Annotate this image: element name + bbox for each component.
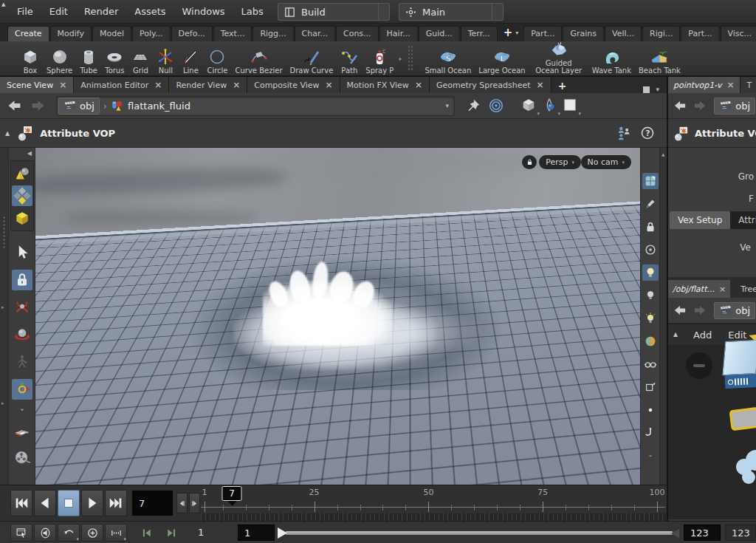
slider-track[interactable] xyxy=(286,531,673,535)
menu-edit[interactable]: Edit xyxy=(728,329,746,341)
camera-menu-button[interactable]: No cam ▾ xyxy=(581,155,631,169)
shelf-tab-modify[interactable]: Modify xyxy=(50,26,92,41)
high-quality-lighting-button[interactable] xyxy=(642,310,659,327)
node-fluid-icon[interactable] xyxy=(736,450,756,494)
tool-large-ocean[interactable]: LLarge Ocean xyxy=(475,42,529,75)
collapse-up-icon[interactable]: ▲ xyxy=(673,331,678,338)
animation-undo-button[interactable]: ▾ xyxy=(58,524,80,542)
forward-button[interactable] xyxy=(692,99,708,112)
more-tools-button[interactable] xyxy=(12,406,32,414)
tool-null[interactable]: Null xyxy=(153,42,178,75)
shelf-tab-terr[interactable]: Terr... xyxy=(461,26,498,41)
select-components-button[interactable] xyxy=(12,185,32,206)
tab-pointvop1[interactable]: pointvop1-v × xyxy=(668,77,740,93)
pin-pane-icon[interactable] xyxy=(465,98,481,114)
tool-torus[interactable]: Torus xyxy=(101,42,128,75)
shelf-tab-char[interactable]: Char... xyxy=(295,26,335,41)
expand-right-icon[interactable]: ▸ xyxy=(1,304,4,310)
new-pane-tab-button[interactable]: + xyxy=(551,80,574,93)
pane-tab-animation-editor[interactable]: Animation Editor× xyxy=(74,77,169,93)
prev-keyframe-button[interactable] xyxy=(136,524,158,542)
close-icon[interactable]: × xyxy=(415,80,422,90)
timeline-options-button[interactable]: ▾ xyxy=(105,524,127,542)
close-icon[interactable]: × xyxy=(537,80,544,90)
hook-display-button[interactable] xyxy=(642,425,659,441)
shelf-tab-part[interactable]: Part... xyxy=(681,26,719,41)
viewport-3d[interactable]: Persp ▾ No cam ▾ xyxy=(35,148,640,485)
menu-labs[interactable]: Labs xyxy=(233,1,272,23)
breadcrumb-context[interactable]: obj xyxy=(58,98,100,115)
close-icon[interactable]: × xyxy=(233,80,240,90)
back-button[interactable] xyxy=(672,99,688,112)
collapse-up-icon[interactable]: ▲ xyxy=(5,130,10,137)
path-dropdown-icon[interactable]: ▾ xyxy=(440,102,454,109)
pane-tab-motion-fx-view[interactable]: Motion FX View× xyxy=(340,77,430,93)
viewport-layout-button[interactable] xyxy=(642,173,659,189)
menu-file[interactable]: File xyxy=(9,1,41,23)
shelf-tab-vell[interactable]: Vell... xyxy=(605,26,642,41)
menu-render[interactable]: Render xyxy=(76,1,126,23)
radial-menu-selector[interactable]: Main xyxy=(399,3,504,21)
ambient-light-button[interactable] xyxy=(642,287,659,304)
tool-spray-p[interactable]: Spray P xyxy=(362,42,397,75)
realtime-toggle-button[interactable] xyxy=(81,524,103,542)
tool-grid[interactable]: Grid xyxy=(128,42,153,75)
translate-tool-button[interactable] xyxy=(12,297,32,318)
node-selected[interactable] xyxy=(729,407,756,431)
tool-guided-ocean-layer[interactable]: Guided Ocean Layer xyxy=(529,42,588,75)
headlight-button[interactable] xyxy=(642,264,659,281)
expand-right-icon[interactable]: ▸ xyxy=(1,400,4,406)
shelf-tab-text[interactable]: Text... xyxy=(213,26,252,41)
flipbook-button[interactable] xyxy=(12,448,32,468)
breadcrumb-node[interactable]: flattank_fluid xyxy=(111,99,190,112)
range-end-total-field[interactable]: 123 xyxy=(725,525,756,541)
tool-draw-curve[interactable]: Draw Curve xyxy=(286,42,337,75)
pane-edge-strip[interactable]: ▸ ▸ xyxy=(0,148,9,485)
tool-wave-tank[interactable]: Wave Tank xyxy=(588,42,635,75)
context-chip[interactable]: obj xyxy=(714,98,755,115)
scroll-up-icon[interactable]: ▲ xyxy=(662,151,665,157)
back-button[interactable] xyxy=(672,304,688,317)
collapse-up-icon[interactable]: ▲ xyxy=(1,1,5,7)
pane-menu-icon[interactable]: ▾ xyxy=(656,86,659,93)
back-button[interactable] xyxy=(5,98,24,113)
maximize-pane-icon[interactable] xyxy=(643,86,650,93)
frame-ruler[interactable]: 12550751007 xyxy=(0,485,667,522)
playbar-options-button[interactable] xyxy=(10,524,32,542)
close-icon[interactable]: × xyxy=(59,80,66,90)
close-icon[interactable]: × xyxy=(154,80,162,90)
show-nulls-button[interactable]: ▾ xyxy=(541,97,559,115)
select-dynamics-button[interactable] xyxy=(12,208,32,228)
collapse-left-icon[interactable]: ◀ xyxy=(27,150,32,157)
lock-camera-button[interactable] xyxy=(642,219,659,235)
audio-options-button[interactable] xyxy=(34,524,56,542)
frame-range-slider[interactable] xyxy=(278,525,679,541)
path-field[interactable]: obj › flattank_fluid ▾ xyxy=(56,96,455,116)
close-icon[interactable]: × xyxy=(326,80,333,90)
shading-mode-button[interactable] xyxy=(642,333,659,349)
rotate-tool-button[interactable] xyxy=(12,324,32,345)
shelf-tab-cons[interactable]: Cons... xyxy=(336,26,379,41)
tab-network-path[interactable]: /obj/flatt... × xyxy=(668,280,730,298)
snapshot-button[interactable] xyxy=(642,196,659,212)
radial-menu-spinner[interactable] xyxy=(492,4,503,20)
menu-assets[interactable]: Assets xyxy=(126,1,173,23)
shelf-tab-grains[interactable]: Grains xyxy=(563,26,604,41)
help-icon[interactable]: ? xyxy=(640,126,655,140)
tool-circle[interactable]: Circle xyxy=(203,42,231,75)
shading-flag-button[interactable]: ▾ xyxy=(562,97,580,115)
select-objects-button[interactable] xyxy=(12,163,32,184)
shelf-tab-defo[interactable]: Defo... xyxy=(171,26,213,41)
presets-icon[interactable] xyxy=(616,125,632,141)
pane-tab-scene-view[interactable]: Scene View× xyxy=(0,77,74,93)
context-chip[interactable]: obj xyxy=(714,302,755,319)
shelf-tab-poly[interactable]: Poly... xyxy=(132,26,170,41)
tool-curve-bezier[interactable]: Curve Bezier xyxy=(232,42,286,75)
tool-beach-tank[interactable]: Beach Tank xyxy=(635,42,684,75)
tool-box[interactable]: Box xyxy=(18,42,43,75)
playhead[interactable]: 7 xyxy=(222,486,242,506)
menu-windows[interactable]: Windows xyxy=(174,1,233,23)
tool-tube[interactable]: Tube xyxy=(76,42,101,75)
tool-line[interactable]: Line xyxy=(178,42,203,75)
secure-selection-button[interactable] xyxy=(12,270,32,290)
